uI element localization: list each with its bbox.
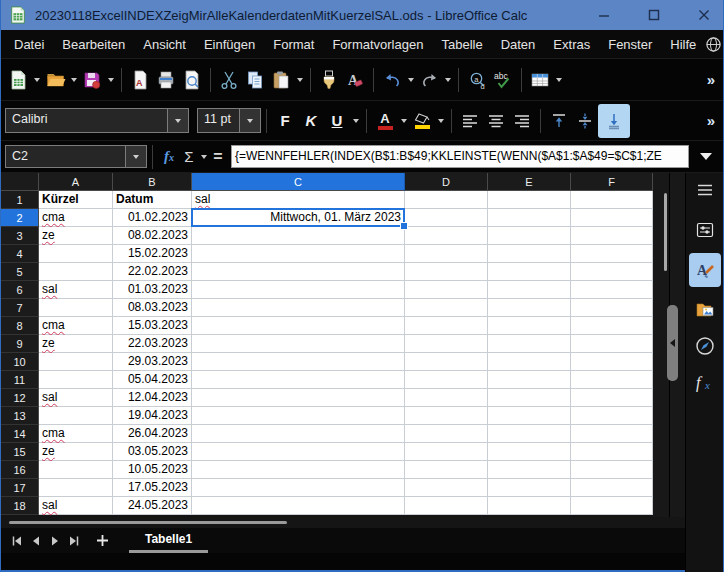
last-sheet-button[interactable] — [64, 528, 83, 553]
row-header-13[interactable]: 13 — [1, 407, 39, 425]
cut-button[interactable] — [216, 65, 242, 95]
row-header-14[interactable]: 14 — [1, 425, 39, 443]
cell-A15[interactable]: ze — [39, 443, 113, 461]
cell-A8[interactable]: cma — [39, 317, 113, 335]
cell-D3[interactable] — [405, 227, 488, 245]
close-button[interactable] — [689, 0, 719, 30]
cell-C15[interactable] — [192, 443, 405, 461]
name-box[interactable]: C2 — [5, 145, 147, 168]
cell-E1[interactable] — [488, 191, 571, 209]
row-header-11[interactable]: 11 — [1, 371, 39, 389]
font-name-dropdown[interactable] — [167, 109, 188, 132]
select-all-corner[interactable] — [1, 173, 39, 191]
previous-sheet-button[interactable] — [26, 528, 45, 553]
sidebar-gallery-button[interactable] — [690, 297, 720, 323]
cell-A18[interactable]: sal — [39, 497, 113, 515]
cell-F17[interactable] — [571, 479, 653, 497]
cell-F15[interactable] — [571, 443, 653, 461]
cell-A17[interactable] — [39, 479, 113, 497]
redo-button[interactable] — [416, 65, 442, 95]
cell-E2[interactable] — [488, 209, 571, 227]
cell-F6[interactable] — [571, 281, 653, 299]
cell-D17[interactable] — [405, 479, 488, 497]
cell-C4[interactable] — [192, 245, 405, 263]
find-replace-button[interactable]: ad — [464, 65, 490, 95]
row-header-2[interactable]: 2 — [1, 209, 39, 227]
toolbar-overflow-button[interactable]: » — [701, 71, 719, 88]
cell-F10[interactable] — [571, 353, 653, 371]
cell-E6[interactable] — [488, 281, 571, 299]
cell-A6[interactable]: sal — [39, 281, 113, 299]
cell-B1[interactable]: Datum — [113, 191, 192, 209]
cell-B9[interactable]: 22.03.2023 — [113, 335, 192, 353]
menu-daten[interactable]: Daten — [492, 33, 545, 56]
cell-D12[interactable] — [405, 389, 488, 407]
font-color-dropdown[interactable] — [398, 106, 409, 136]
toolbar-overflow-button[interactable]: » — [701, 112, 719, 129]
cell-E12[interactable] — [488, 389, 571, 407]
cell-E8[interactable] — [488, 317, 571, 335]
menu-tabelle[interactable]: Tabelle — [432, 33, 491, 56]
cell-B11[interactable]: 05.04.2023 — [113, 371, 192, 389]
font-size-combo[interactable]: 11 pt — [197, 108, 261, 133]
row-header-18[interactable]: 18 — [1, 497, 39, 515]
cell-E10[interactable] — [488, 353, 571, 371]
row-header-7[interactable]: 7 — [1, 299, 39, 317]
cell-E15[interactable] — [488, 443, 571, 461]
sidebar-navigator-button[interactable] — [690, 333, 720, 359]
cell-E3[interactable] — [488, 227, 571, 245]
formula-input[interactable]: {=WENNFEHLER(INDEX(B$1:B$49;KKLEINSTE(WE… — [231, 145, 689, 168]
next-sheet-button[interactable] — [45, 528, 64, 553]
save-dropdown[interactable] — [105, 65, 116, 95]
cell-F9[interactable] — [571, 335, 653, 353]
cell-D8[interactable] — [405, 317, 488, 335]
cell-C17[interactable] — [192, 479, 405, 497]
cell-D13[interactable] — [405, 407, 488, 425]
print-preview-button[interactable] — [179, 65, 205, 95]
cell-E14[interactable] — [488, 425, 571, 443]
cell-D11[interactable] — [405, 371, 488, 389]
cell-F11[interactable] — [571, 371, 653, 389]
cell-A4[interactable] — [39, 245, 113, 263]
cell-B5[interactable]: 22.02.2023 — [113, 263, 192, 281]
open-button[interactable] — [42, 65, 68, 95]
paste-dropdown[interactable] — [294, 65, 305, 95]
sum-button[interactable]: Σ — [180, 142, 198, 172]
cell-F3[interactable] — [571, 227, 653, 245]
align-top-button[interactable] — [546, 106, 572, 136]
bold-button[interactable]: F — [272, 106, 298, 136]
cell-C14[interactable] — [192, 425, 405, 443]
column-header-E[interactable]: E — [488, 173, 571, 191]
row-header-8[interactable]: 8 — [1, 317, 39, 335]
cell-E17[interactable] — [488, 479, 571, 497]
row-header-17[interactable]: 17 — [1, 479, 39, 497]
cell-C8[interactable] — [192, 317, 405, 335]
menu-hilfe[interactable]: Hilfe — [661, 33, 705, 56]
sidebar-hide-handle[interactable] — [667, 305, 678, 381]
cell-C1[interactable]: sal — [192, 191, 405, 209]
menu-format[interactable]: Format — [264, 33, 323, 56]
menu-ansicht[interactable]: Ansicht — [134, 33, 195, 56]
cell-A14[interactable]: cma — [39, 425, 113, 443]
cell-D5[interactable] — [405, 263, 488, 281]
cell-F4[interactable] — [571, 245, 653, 263]
underline-button[interactable]: U — [324, 106, 350, 136]
cell-A2[interactable]: cma — [39, 209, 113, 227]
paste-button[interactable] — [268, 65, 294, 95]
clone-formatting-button[interactable] — [316, 65, 342, 95]
horizontal-scrollbar[interactable] — [1, 517, 685, 528]
row-header-10[interactable]: 10 — [1, 353, 39, 371]
open-dropdown[interactable] — [68, 65, 79, 95]
menu-bearbeiten[interactable]: Bearbeiten — [53, 33, 134, 56]
cell-F1[interactable] — [571, 191, 653, 209]
cell-E11[interactable] — [488, 371, 571, 389]
sheet-tab-tabelle1[interactable]: Tabelle1 — [129, 528, 208, 553]
sidebar-functions-button[interactable]: fx — [690, 369, 720, 395]
cell-F13[interactable] — [571, 407, 653, 425]
expand-formula-bar-button[interactable] — [689, 141, 723, 173]
new-document-dropdown[interactable] — [31, 65, 42, 95]
equals-button[interactable]: = — [209, 142, 227, 172]
column-header-D[interactable]: D — [405, 173, 488, 191]
cell-B10[interactable]: 29.03.2023 — [113, 353, 192, 371]
row-header-12[interactable]: 12 — [1, 389, 39, 407]
